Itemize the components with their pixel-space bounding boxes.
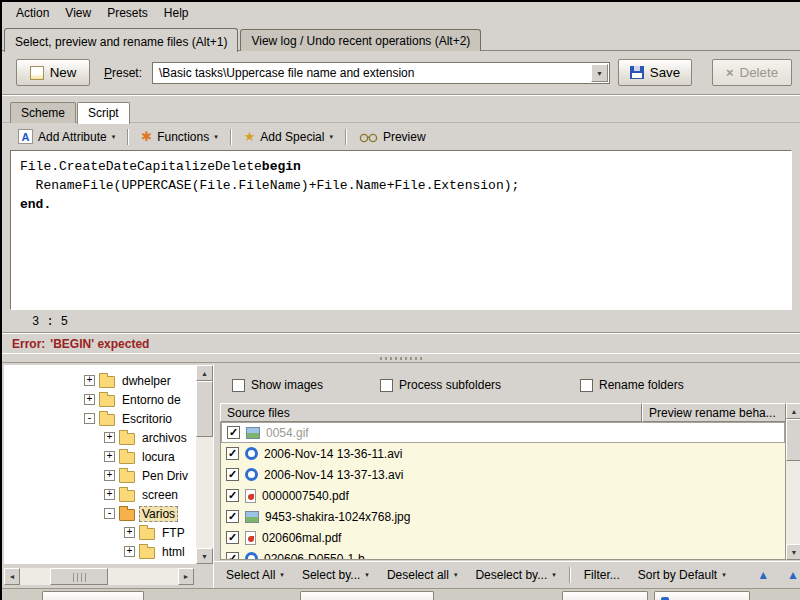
tree-item-pen-driv[interactable]: +Pen Driv	[4, 466, 196, 485]
scroll-down-button[interactable]: ▼	[786, 544, 800, 560]
add-special-button[interactable]: ★ Add Special ▾	[236, 126, 341, 148]
scroll-left-button[interactable]: ◄	[4, 568, 20, 585]
tree-item-locura[interactable]: +locura	[4, 447, 196, 466]
column-header-preview-rename[interactable]: Preview rename beha...	[642, 403, 786, 422]
file-table-header: Source files Preview rename beha...	[220, 403, 786, 422]
tree-expander-icon[interactable]: +	[84, 375, 95, 386]
save-button[interactable]: Save	[618, 59, 692, 86]
tree-item-dwhelper[interactable]: +dwhelper	[4, 371, 196, 390]
checkbox-checked-icon[interactable]: ✓	[226, 468, 239, 481]
tree-horizontal-scrollbar[interactable]: ◄ ►	[4, 568, 194, 585]
folder-icon	[119, 490, 135, 502]
file-row[interactable]: ✓2006-Nov-14 13-36-11.avi	[221, 443, 785, 464]
tree-item-archivos[interactable]: +archivos	[4, 428, 196, 447]
script-code-editor[interactable]: File.CreateDateCapitalizeDeletebegin Ren…	[10, 150, 792, 310]
combobox-dropdown-icon[interactable]: ▼	[591, 64, 608, 82]
column-header-source-files[interactable]: Source files	[220, 403, 642, 422]
scroll-down-button[interactable]: ▼	[196, 548, 213, 564]
checkbox-checked-icon[interactable]: ✓	[226, 447, 239, 460]
tree-item-screen[interactable]: +screen	[4, 485, 196, 504]
menu-item-help[interactable]: Help	[156, 3, 197, 23]
toolbar-separator	[127, 129, 129, 145]
partially-visible-button[interactable]	[654, 591, 750, 600]
tree-item-ftp[interactable]: +FTP	[4, 523, 196, 542]
move-up-button[interactable]: ▲	[749, 563, 777, 587]
preview-glasses-icon	[359, 131, 378, 143]
dropdown-arrow-icon: ▾	[722, 571, 726, 579]
button-label: Filter...	[584, 568, 620, 582]
secondary-up-button[interactable]: ▲	[779, 563, 800, 587]
button-deselect-all[interactable]: Deselect all▾	[379, 563, 466, 587]
scrollbar-thumb[interactable]	[786, 419, 800, 461]
tree-item-html[interactable]: +html	[4, 542, 196, 561]
option-show-images[interactable]: Show images	[232, 378, 323, 392]
editor-tab-script[interactable]: Script	[77, 102, 130, 124]
scrollbar-thumb[interactable]	[50, 568, 108, 585]
list-vertical-scrollbar[interactable]: ▲ ▼	[786, 403, 800, 560]
menu-item-view[interactable]: View	[57, 3, 99, 23]
checkbox-checked-icon[interactable]: ✓	[226, 552, 239, 560]
partially-visible-button[interactable]	[300, 591, 434, 600]
file-row[interactable]: ✓0054.gif	[221, 422, 785, 443]
tree-expander-icon[interactable]: +	[104, 432, 115, 443]
checkbox-checked-icon[interactable]: ✓	[227, 426, 240, 439]
delete-button: × Delete	[712, 59, 792, 86]
partially-visible-button[interactable]	[562, 591, 648, 600]
main-tab-select-preview-and-rename-fi[interactable]: Select, preview and rename files (Alt+1)	[4, 28, 238, 52]
checkbox-icon[interactable]	[232, 379, 245, 392]
tree-expander-icon[interactable]: +	[104, 489, 115, 500]
tree-item-varios[interactable]: -Varios	[4, 504, 196, 523]
preview-button[interactable]: Preview	[351, 126, 434, 148]
file-row[interactable]: ✓020606mal.pdf	[221, 527, 785, 548]
tree-expander-icon[interactable]: +	[84, 394, 95, 405]
file-row[interactable]: ✓9453-shakira-1024x768.jpg	[221, 506, 785, 527]
file-list: ✓0054.gif✓2006-Nov-14 13-36-11.avi✓2006-…	[220, 422, 786, 560]
scroll-right-button[interactable]: ►	[178, 568, 194, 585]
tree-expander-icon[interactable]: +	[124, 527, 135, 538]
menu-item-action[interactable]: Action	[8, 3, 57, 23]
error-prefix: Error:	[12, 337, 45, 351]
checkbox-icon[interactable]	[380, 379, 393, 392]
tree-vertical-scrollbar[interactable]: ▲ ▼	[196, 365, 213, 564]
new-preset-icon	[30, 66, 44, 80]
editor-tab-scheme[interactable]: Scheme	[10, 102, 76, 123]
tree-expander-icon[interactable]: +	[104, 451, 115, 462]
dropdown-arrow-icon: ▾	[365, 571, 369, 579]
code-line: end.	[20, 195, 782, 214]
button-filter[interactable]: Filter...	[576, 563, 628, 587]
tree-expander-icon[interactable]: -	[84, 413, 95, 424]
scroll-up-button[interactable]: ▲	[196, 365, 213, 381]
button-deselect-by[interactable]: Deselect by...▾	[467, 563, 563, 587]
scrollbar-thumb[interactable]	[196, 381, 213, 437]
button-sort-by-default[interactable]: Sort by Default▾	[630, 563, 734, 587]
add-special-star-icon: ★	[244, 130, 256, 143]
checkbox-checked-icon[interactable]: ✓	[226, 531, 239, 544]
partially-visible-button[interactable]	[42, 591, 144, 600]
option-process-subfolders[interactable]: Process subfolders	[380, 378, 501, 392]
add-attribute-label: Add Attribute	[38, 130, 107, 144]
file-row[interactable]: ✓020606-D0550-1-b...	[221, 548, 785, 560]
scroll-up-button[interactable]: ▲	[786, 403, 800, 419]
functions-button[interactable]: ✱ Functions ▾	[133, 126, 225, 148]
checkbox-checked-icon[interactable]: ✓	[226, 489, 239, 502]
add-attribute-button[interactable]: A Add Attribute ▾	[10, 125, 123, 148]
preset-combobox[interactable]: \Basic tasks\Uppercase file name and ext…	[152, 62, 610, 84]
tree-item-escritorio[interactable]: -Escritorio	[4, 409, 196, 428]
option-rename-folders[interactable]: Rename folders	[580, 378, 684, 392]
tree-expander-icon[interactable]: +	[104, 470, 115, 481]
main-tab-view-log-undo-recent-operati[interactable]: View log / Undo recent operations (Alt+2…	[240, 29, 481, 51]
horizontal-splitter[interactable]	[2, 353, 800, 363]
button-select-all[interactable]: Select All▾	[218, 563, 292, 587]
file-row[interactable]: ✓0000007540.pdf	[221, 485, 785, 506]
file-row[interactable]: ✓2006-Nov-14 13-37-13.avi	[221, 464, 785, 485]
add-special-label: Add Special	[260, 130, 324, 144]
button-select-by[interactable]: Select by...▾	[294, 563, 377, 587]
new-button[interactable]: New	[16, 59, 90, 86]
file-name: 2006-Nov-14 13-37-13.avi	[264, 468, 403, 482]
tree-expander-icon[interactable]: -	[104, 508, 115, 519]
tree-item-entorno-de[interactable]: +Entorno de	[4, 390, 196, 409]
checkbox-icon[interactable]	[580, 379, 593, 392]
checkbox-checked-icon[interactable]: ✓	[226, 510, 239, 523]
menu-item-presets[interactable]: Presets	[99, 3, 156, 23]
tree-expander-icon[interactable]: +	[124, 546, 135, 557]
